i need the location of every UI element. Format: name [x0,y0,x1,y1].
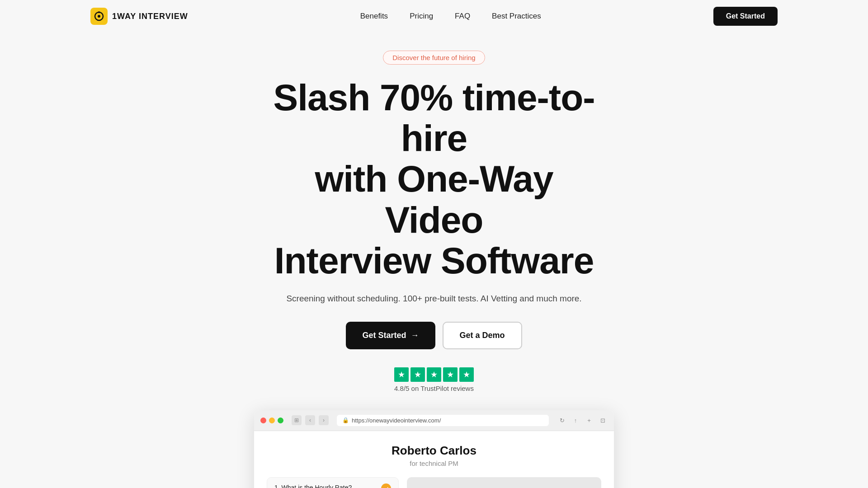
tab-list-button[interactable]: ⊞ [292,415,302,425]
arrow-icon: → [411,331,419,340]
lock-icon: 🔒 [342,417,349,423]
tab-manager-button[interactable]: ⊡ [598,415,608,425]
avatar-panel [407,477,601,488]
svg-point-2 [98,15,100,18]
hero-subtitle: Screening without scheduling. 100+ pre-b… [286,294,581,304]
star-5: ★ [459,367,474,382]
nav-best-practices[interactable]: Best Practices [492,12,541,21]
logo[interactable]: 1WAY INTERVIEW [90,8,188,25]
back-button[interactable]: ‹ [305,415,315,425]
dot-red [260,418,266,423]
nav-benefits[interactable]: Benefits [360,12,388,21]
get-demo-button[interactable]: Get a Demo [443,322,522,349]
star-1: ★ [394,367,409,382]
avatar-figure [407,477,601,488]
question-1-title: 1. What is the Hourly Rate? [274,484,352,488]
hero-title: Slash 70% time-to-hire with One-Way Vide… [262,77,606,281]
nav-get-started-button[interactable]: Get Started [713,7,778,26]
dot-green [278,418,283,423]
logo-icon [90,8,108,25]
nav-links: Benefits Pricing FAQ Best Practices [360,12,541,21]
forward-button[interactable]: › [319,415,329,425]
candidate-role: for technical PM [267,460,601,467]
questions-panel: 1. What is the Hourly Rate? [267,477,399,488]
logo-text: 1WAY INTERVIEW [112,12,188,21]
hero-buttons: Get Started → Get a Demo [346,322,522,349]
hero-section: Discover the future of hiring Slash 70% … [0,33,868,488]
avatar-svg [463,477,545,488]
question-card-1: 1. What is the Hourly Rate? [267,477,399,488]
browser-mockup: ⊞ ‹ › 🔒 https://onewayvideointerview.com… [254,410,614,488]
question-1-header: 1. What is the Hourly Rate? [274,484,391,488]
hero-badge: Discover the future of hiring [383,51,485,65]
refresh-button[interactable]: ↻ [557,415,567,425]
browser-actions: ↻ ↑ + ⊡ [557,415,608,425]
star-2: ★ [410,367,425,382]
trustpilot-score: 4.8/5 on TrustPilot reviews [394,385,474,392]
get-started-label: Get Started [362,331,406,340]
browser-bar: ⊞ ‹ › 🔒 https://onewayvideointerview.com… [254,410,614,431]
star-4: ★ [443,367,458,382]
browser-controls: ⊞ ‹ › [292,415,329,425]
trustpilot: ★ ★ ★ ★ ★ 4.8/5 on TrustPilot reviews [394,367,474,392]
stars-row: ★ ★ ★ ★ ★ [394,367,474,382]
share-button[interactable]: ↑ [571,415,580,425]
url-text: https://onewayvideointerview.com/ [352,417,441,424]
get-started-button[interactable]: Get Started → [346,322,435,349]
navbar: 1WAY INTERVIEW Benefits Pricing FAQ Best… [0,0,868,33]
nav-pricing[interactable]: Pricing [410,12,433,21]
svg-point-3 [98,11,100,13]
question-1-badge [381,483,391,488]
interview-body: 1. What is the Hourly Rate? [267,477,601,488]
dot-yellow [269,418,275,423]
url-bar[interactable]: 🔒 https://onewayvideointerview.com/ [337,415,549,426]
browser-dots [260,418,283,423]
star-3: ★ [427,367,441,382]
add-tab-button[interactable]: + [584,415,594,425]
nav-faq[interactable]: FAQ [455,12,470,21]
candidate-name: Roberto Carlos [267,444,601,458]
browser-content: Roberto Carlos for technical PM 1. What … [254,431,614,488]
